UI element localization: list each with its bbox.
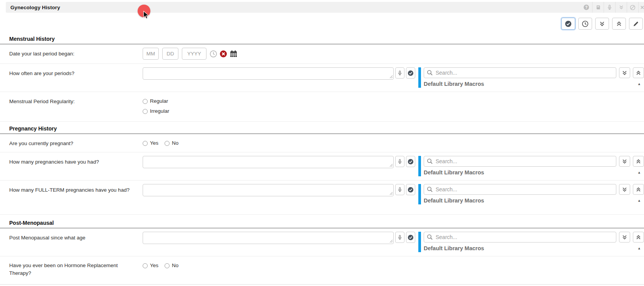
confirm-button[interactable] xyxy=(406,67,415,79)
close-button[interactable]: ✕ xyxy=(638,2,644,13)
day-input[interactable] xyxy=(162,48,178,60)
disable-button[interactable] xyxy=(627,2,638,13)
radio-option-no[interactable]: No xyxy=(165,139,178,147)
macro-collapse-button[interactable] xyxy=(633,232,644,243)
check-circle-icon xyxy=(408,187,414,193)
double-chevron-up-icon xyxy=(636,70,641,76)
answer-textarea[interactable] xyxy=(143,67,394,80)
radio-no[interactable] xyxy=(165,141,170,146)
macro-search-input[interactable] xyxy=(424,156,616,167)
answer-textarea-wrap xyxy=(143,184,394,196)
question-label: How many pregnancies have you had? xyxy=(9,156,143,166)
radio-option-yes[interactable]: Yes xyxy=(143,262,158,269)
clear-date-icon[interactable] xyxy=(220,50,227,58)
radio-option-no[interactable]: No xyxy=(165,262,178,269)
collapse-all-button[interactable] xyxy=(612,18,626,30)
dictate-button[interactable] xyxy=(395,184,404,195)
section-heading-pregnancy: Pregnancy History xyxy=(0,124,644,134)
radio-no[interactable] xyxy=(165,263,170,268)
collapse-triangle-icon[interactable]: ▲ xyxy=(637,247,641,250)
macro-search-input[interactable] xyxy=(424,67,616,78)
macro-panel: Default Library Macros ▲ xyxy=(418,184,644,204)
double-chevron-up-icon xyxy=(616,21,622,27)
check-circle-icon xyxy=(408,234,414,241)
macro-panel-title: Default Library Macros xyxy=(424,81,484,87)
macro-search-input[interactable] xyxy=(424,232,616,243)
question-row-last-period: Date your last period began: xyxy=(0,44,644,64)
year-input[interactable] xyxy=(182,48,206,60)
macro-expand-button[interactable] xyxy=(619,232,630,243)
clock-icon[interactable] xyxy=(210,50,217,58)
gynecology-history-panel: Gynecology History ? xyxy=(0,0,644,286)
clock-icon xyxy=(582,20,589,27)
collapse-triangle-icon[interactable]: ▲ xyxy=(637,82,641,86)
dictate-button[interactable] xyxy=(395,67,404,79)
radio-option-regular[interactable]: Regular xyxy=(143,97,169,105)
question-row-pregnancy-count: How many pregnancies have you had? xyxy=(0,152,644,181)
double-chevron-up-icon xyxy=(636,234,641,240)
mouse-cursor-icon xyxy=(143,11,150,20)
microphone-icon xyxy=(397,70,403,76)
answer-textarea-wrap xyxy=(143,232,394,244)
question-row-regularity: Menstrual Period Regularity: Regular Irr… xyxy=(0,92,644,122)
macro-search-wrap xyxy=(424,232,616,243)
dictation-button[interactable] xyxy=(604,2,615,13)
collapse-panel-button[interactable] xyxy=(615,2,627,13)
microphone-icon xyxy=(397,159,403,165)
edit-button[interactable] xyxy=(629,18,643,30)
check-circle-icon xyxy=(408,70,414,76)
confirm-button[interactable] xyxy=(406,184,415,195)
titlebar-wrap: Gynecology History ? xyxy=(0,0,644,13)
page-title: Gynecology History xyxy=(6,5,60,10)
double-chevron-down-icon xyxy=(599,21,605,27)
answer-textarea[interactable] xyxy=(143,232,394,244)
question-row-fullterm-count: How many FULL-TERM pregnancies have you … xyxy=(0,181,644,215)
pencil-icon xyxy=(633,21,639,27)
radio-label: No xyxy=(172,262,178,269)
help-button[interactable]: ? xyxy=(581,2,592,13)
macro-panel-title: Default Library Macros xyxy=(424,245,484,251)
library-button[interactable] xyxy=(592,2,604,13)
search-icon xyxy=(427,70,433,76)
radio-option-irregular[interactable]: Irregular xyxy=(143,107,169,115)
microphone-icon xyxy=(397,234,403,241)
macro-panel-title: Default Library Macros xyxy=(424,197,484,204)
macro-search-input[interactable] xyxy=(424,184,616,195)
confirm-button[interactable] xyxy=(406,156,415,167)
question-label: Have you ever been on Hormone Replacemen… xyxy=(9,262,143,277)
macro-collapse-button[interactable] xyxy=(633,67,644,78)
question-row-currently-pregnant: Are you currently pregnant? Yes No xyxy=(0,134,644,152)
radio-irregular[interactable] xyxy=(143,109,148,114)
answer-textarea[interactable] xyxy=(143,156,394,168)
collapse-triangle-icon[interactable]: ▲ xyxy=(637,171,641,174)
expand-all-button[interactable] xyxy=(595,18,609,30)
radio-label: Regular xyxy=(150,97,168,105)
help-icon: ? xyxy=(584,5,589,10)
radio-yes[interactable] xyxy=(143,263,148,268)
radio-yes[interactable] xyxy=(143,141,148,146)
titlebar-icon-row: ? xyxy=(581,2,644,13)
macro-collapse-button[interactable] xyxy=(633,184,644,195)
dictate-button[interactable] xyxy=(395,156,404,167)
macro-expand-button[interactable] xyxy=(619,184,630,195)
month-input[interactable] xyxy=(143,48,159,60)
double-chevron-down-icon xyxy=(622,234,627,240)
radio-option-yes[interactable]: Yes xyxy=(143,139,158,147)
collapse-triangle-icon[interactable]: ▲ xyxy=(637,199,641,202)
answer-textarea-wrap xyxy=(143,156,394,168)
dictate-button[interactable] xyxy=(395,232,404,243)
mark-reviewed-button[interactable] xyxy=(561,18,575,30)
answer-textarea[interactable] xyxy=(143,184,394,196)
macro-expand-button[interactable] xyxy=(619,156,630,167)
history-button[interactable] xyxy=(578,18,592,30)
question-label: Date your last period began: xyxy=(9,48,143,58)
calendar-icon[interactable] xyxy=(230,50,238,58)
macro-expand-button[interactable] xyxy=(619,67,630,78)
question-row-period-frequency: How often are your periods? xyxy=(0,64,644,92)
double-chevron-down-icon xyxy=(622,70,627,76)
question-label: Are you currently pregnant? xyxy=(9,137,143,147)
confirm-button[interactable] xyxy=(406,232,415,243)
question-label: Menstrual Period Regularity: xyxy=(9,95,143,105)
radio-regular[interactable] xyxy=(143,99,148,104)
macro-collapse-button[interactable] xyxy=(633,156,644,167)
